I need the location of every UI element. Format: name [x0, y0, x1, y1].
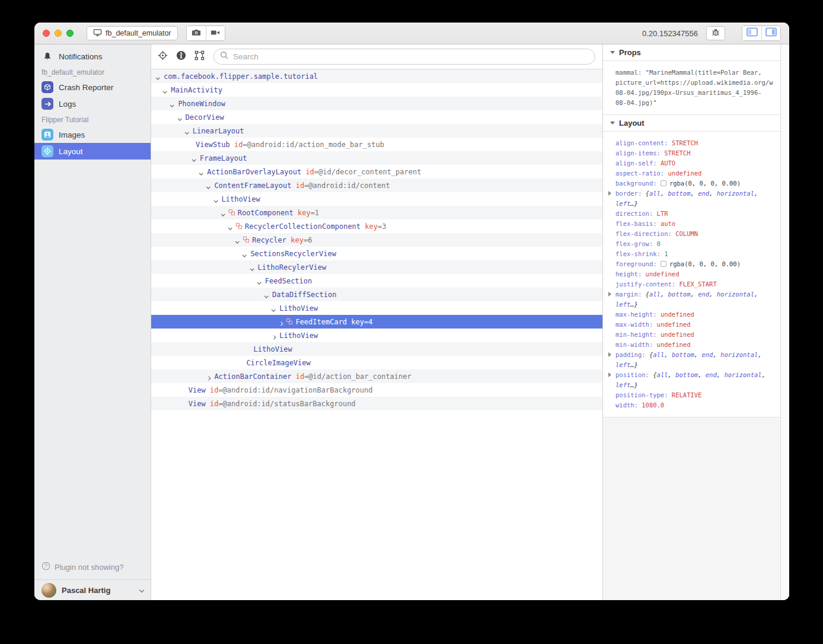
tree-row-View[interactable]: View id=@android:id/navigationBarBackgro… [151, 383, 602, 397]
tree-row-DecorView[interactable]: DecorView [151, 110, 602, 124]
screenshot-button[interactable] [187, 26, 206, 40]
report-bug-button[interactable] [706, 26, 725, 40]
tree-node-name: LithoView [254, 345, 292, 353]
chevron-down-icon[interactable] [163, 86, 171, 94]
search-input[interactable] [233, 52, 589, 61]
tree-row-RecyclerCollectionComponent[interactable]: RecyclerCollectionComponent key=3 [151, 219, 602, 233]
tree-attr-value: =@android:id/content [304, 181, 390, 190]
tree-row-DataDiffSection[interactable]: DataDiffSection [151, 288, 602, 301]
sidebar-item-notifications[interactable]: Notifications [34, 48, 151, 65]
litho-component-icon [286, 318, 293, 325]
chevron-down-icon[interactable] [235, 236, 243, 244]
prop-value: COLUMN [675, 230, 698, 237]
tree-row-LinearLayout[interactable]: LinearLayout [151, 124, 602, 138]
tree-row-LithoView[interactable]: LithoView [151, 301, 602, 315]
bug-icon [711, 27, 720, 39]
tree-row-com.facebook.flipper.sample.tutorial[interactable]: com.facebook.flipper.sample.tutorial [151, 69, 602, 83]
tree-node-name: Recycler [252, 236, 286, 244]
expand-arrow-icon[interactable] [608, 292, 611, 297]
chevron-down-icon[interactable] [250, 263, 258, 272]
accessibility-mode-button[interactable] [176, 52, 186, 62]
layout-prop-row: width: 1080.0 [615, 400, 777, 410]
chevron-right-icon[interactable] [272, 331, 279, 340]
zoom-button[interactable] [66, 30, 74, 37]
left-panel-icon [747, 27, 758, 39]
prop-key: padding [615, 351, 642, 358]
tree-row-ActionBarContainer[interactable]: ActionBarContainer id=@id/action_bar_con… [151, 369, 602, 383]
prop-key: mammal: [615, 69, 646, 76]
chevron-down-icon[interactable] [243, 250, 250, 258]
tree-row-FeedSection[interactable]: FeedSection [151, 274, 602, 288]
flipper-window: fb_default_emulator 0.20.152347556 [34, 23, 789, 600]
color-swatch-checkbox[interactable] [661, 261, 666, 267]
prop-key: foreground [615, 260, 653, 267]
sidebar-item-images[interactable]: Images [34, 126, 151, 143]
prop-key: max-height [615, 311, 653, 318]
tree-row-LithoView[interactable]: LithoView [151, 342, 602, 356]
chevron-down-icon [139, 588, 144, 592]
sidebar-section-header: Flipper Tutorial [34, 112, 151, 126]
layout-section-title: Layout [619, 119, 645, 127]
chevron-down-icon[interactable] [178, 113, 186, 122]
prop-key: flex-basis [615, 220, 653, 227]
tree-row-PhoneWindow[interactable]: PhoneWindow [151, 97, 602, 110]
layout-section-header[interactable]: Layout [603, 115, 780, 132]
screen-record-button[interactable] [206, 26, 225, 40]
tree-row-MainActivity[interactable]: MainActivity [151, 83, 602, 97]
tree-row-FrameLayout[interactable]: FrameLayout [151, 151, 602, 165]
sidebar-item-crash-reporter[interactable]: Crash Reporter [34, 79, 151, 95]
sidebar-item-layout[interactable]: Layout [34, 143, 151, 160]
tree-row-View[interactable]: View id=@android:id/statusBarBackground [151, 397, 602, 410]
toggle-left-sidebar-button[interactable] [742, 26, 761, 40]
chevron-right-icon[interactable] [279, 318, 286, 326]
props-section-header[interactable]: Props [603, 44, 780, 61]
tree-row-RootComponent[interactable]: RootComponent key=1 [151, 206, 602, 219]
chevron-down-icon[interactable] [170, 100, 178, 108]
tree-row-CircleImageView[interactable]: CircleImageView [151, 356, 602, 369]
prop-key: position [615, 371, 646, 378]
panel-toggle-group [742, 25, 781, 41]
target-mode-button[interactable] [157, 52, 168, 62]
avatar [42, 583, 56, 598]
tree-row-ViewStub[interactable]: ViewStub id=@android:id/action_mode_bar_… [151, 138, 602, 151]
tree-row-Recycler[interactable]: Recycler key=6 [151, 233, 602, 247]
search-box [213, 49, 595, 65]
tree-row-SectionsRecyclerView[interactable]: SectionsRecyclerView [151, 247, 602, 260]
props-section-title: Props [619, 48, 641, 57]
layout-target-icon [42, 145, 53, 157]
chevron-down-icon[interactable] [228, 222, 236, 231]
tree-row-FeedItemCard[interactable]: FeedItemCard key=4 [151, 315, 602, 329]
expand-tree-button[interactable] [194, 52, 205, 62]
tree-row-LithoView[interactable]: LithoView [151, 329, 602, 342]
tree-row-ActionBarOverlayLayout[interactable]: ActionBarOverlayLayout id=@id/decor_cont… [151, 165, 602, 178]
user-menu[interactable]: Pascal Hartig [34, 579, 151, 600]
chevron-down-icon[interactable] [156, 72, 164, 81]
user-name: Pascal Hartig [62, 586, 135, 595]
tree-row-ContentFrameLayout[interactable]: ContentFrameLayout id=@android:id/conten… [151, 178, 602, 192]
chevron-down-icon[interactable] [257, 277, 265, 285]
chevron-down-icon[interactable] [185, 127, 193, 135]
chevron-down-icon[interactable] [206, 181, 214, 190]
toggle-right-sidebar-button[interactable] [761, 26, 780, 40]
close-button[interactable] [43, 30, 50, 37]
expand-arrow-icon[interactable] [608, 372, 611, 377]
chevron-down-icon[interactable] [199, 168, 207, 176]
chevron-down-icon[interactable] [214, 195, 222, 203]
minimize-button[interactable] [55, 30, 62, 37]
chevron-down-icon[interactable] [221, 209, 229, 217]
tree-row-LithoView[interactable]: LithoView [151, 192, 602, 206]
litho-component-icon [229, 209, 235, 216]
chevron-down-icon[interactable] [192, 154, 200, 162]
device-selector[interactable]: fb_default_emulator [87, 26, 178, 40]
chevron-right-icon[interactable] [206, 372, 214, 381]
color-swatch-checkbox[interactable] [661, 180, 666, 186]
sidebar-item-logs[interactable]: Logs [34, 95, 151, 112]
chevron-down-icon[interactable] [264, 291, 272, 299]
expand-arrow-icon[interactable] [608, 191, 611, 196]
tree-row-LithoRecylerView[interactable]: LithoRecylerView [151, 260, 602, 274]
chevron-down-icon[interactable] [272, 304, 279, 313]
expand-arrow-icon[interactable] [608, 352, 611, 357]
device-name: fb_default_emulator [106, 29, 171, 37]
tree-attr-key: id [296, 181, 304, 190]
plugin-help-link[interactable]: ? Plugin not showing? [34, 558, 151, 576]
